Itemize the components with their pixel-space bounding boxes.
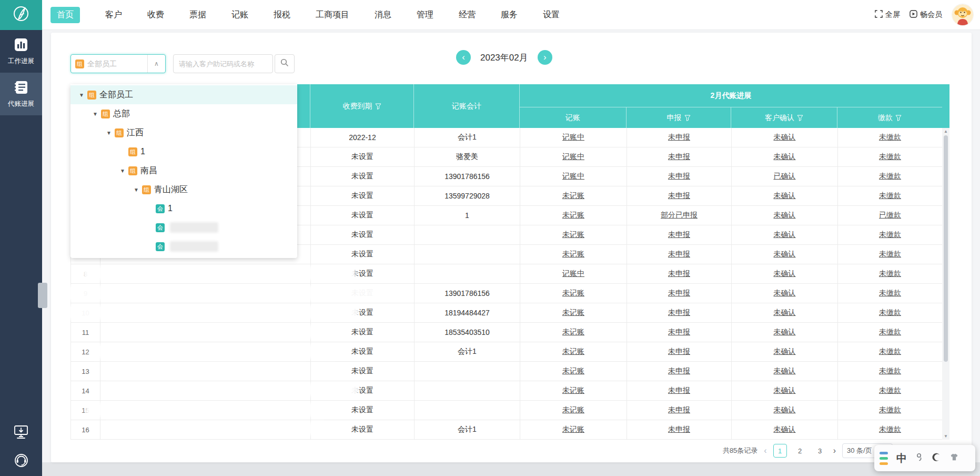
fullscreen-button[interactable]: 全屏 bbox=[875, 10, 900, 19]
payment-status-link[interactable]: 未缴款 bbox=[879, 269, 901, 279]
bookkeeping-status-link[interactable]: 记账中 bbox=[562, 133, 584, 142]
confirm-status-link[interactable]: 未确认 bbox=[774, 308, 796, 318]
declare-status-link[interactable]: 未申报 bbox=[668, 347, 690, 356]
confirm-status-link[interactable]: 未确认 bbox=[774, 328, 796, 337]
declare-status-link[interactable]: 未申报 bbox=[668, 308, 690, 318]
declare-status-link[interactable]: 未申报 bbox=[668, 386, 690, 395]
tree-caret-icon[interactable]: ▼ bbox=[89, 111, 101, 117]
payment-status-link[interactable]: 未缴款 bbox=[879, 172, 901, 181]
table-scrollbar[interactable]: ▲ ▼ bbox=[942, 128, 949, 440]
tree-caret-icon[interactable]: ▼ bbox=[103, 130, 115, 136]
nav-item[interactable]: 管理 bbox=[417, 9, 433, 21]
confirm-status-link[interactable]: 未确认 bbox=[774, 289, 796, 298]
payment-status-link[interactable]: 未缴款 bbox=[879, 191, 901, 201]
confirm-status-link[interactable]: 未确认 bbox=[774, 211, 796, 220]
employee-filter-input[interactable] bbox=[84, 60, 147, 68]
declare-status-link[interactable]: 未申报 bbox=[668, 191, 690, 201]
payment-status-link[interactable]: 已缴款 bbox=[879, 211, 901, 220]
ime-language-toggle[interactable]: 中 bbox=[896, 451, 907, 465]
panel-collapse-handle[interactable] bbox=[38, 283, 47, 308]
bookkeeping-status-link[interactable]: 未记账 bbox=[562, 366, 584, 376]
col-declare[interactable]: 申报 bbox=[627, 107, 731, 128]
declare-status-link[interactable]: 未申报 bbox=[668, 269, 690, 279]
nav-item[interactable]: 服务 bbox=[501, 9, 518, 21]
bookkeeping-status-link[interactable]: 未记账 bbox=[562, 289, 584, 298]
bookkeeping-status-link[interactable]: 未记账 bbox=[562, 211, 584, 220]
payment-status-link[interactable]: 未缴款 bbox=[879, 366, 901, 376]
nav-item[interactable]: 票据 bbox=[189, 9, 206, 21]
next-month-button[interactable]: › bbox=[538, 50, 552, 65]
tree-node[interactable]: 会1 bbox=[70, 199, 297, 218]
bookkeeping-status-link[interactable]: 未记账 bbox=[562, 347, 584, 356]
bookkeeping-status-link[interactable]: 未记账 bbox=[562, 308, 584, 318]
bookkeeping-status-link[interactable]: 未记账 bbox=[562, 386, 584, 395]
declare-status-link[interactable]: 未申报 bbox=[668, 289, 690, 298]
nav-item[interactable]: 消息 bbox=[375, 9, 391, 21]
moon-icon[interactable] bbox=[932, 453, 941, 463]
tree-caret-icon[interactable]: ▼ bbox=[117, 168, 128, 174]
bookkeeping-status-link[interactable]: 记账中 bbox=[562, 152, 584, 162]
payment-status-link[interactable]: 未缴款 bbox=[879, 308, 901, 318]
declare-status-link[interactable]: 部分已申报 bbox=[661, 211, 698, 220]
declare-status-link[interactable]: 未申报 bbox=[668, 366, 690, 376]
confirm-status-link[interactable]: 未确认 bbox=[774, 230, 796, 240]
nav-item[interactable]: 工商项目 bbox=[316, 9, 349, 21]
customer-service-icon[interactable] bbox=[14, 453, 28, 470]
tree-node[interactable]: ▼组南昌 bbox=[70, 161, 297, 180]
sidebar-item-agency-progress[interactable]: 代账进展 bbox=[0, 73, 42, 115]
payment-status-link[interactable]: 未缴款 bbox=[879, 328, 901, 337]
confirm-status-link[interactable]: 未确认 bbox=[774, 191, 796, 201]
nav-item[interactable]: 设置 bbox=[543, 9, 560, 21]
page-button[interactable]: 3 bbox=[813, 444, 827, 458]
nav-item[interactable]: 报税 bbox=[274, 9, 290, 21]
declare-status-link[interactable]: 未申报 bbox=[668, 250, 690, 259]
payment-status-link[interactable]: 未缴款 bbox=[879, 230, 901, 240]
confirm-status-link[interactable]: 未确认 bbox=[774, 386, 796, 395]
search-button[interactable] bbox=[275, 54, 295, 73]
declare-status-link[interactable]: 未申报 bbox=[668, 133, 690, 142]
bookkeeping-status-link[interactable]: 未记账 bbox=[562, 250, 584, 259]
search-input[interactable] bbox=[173, 54, 273, 73]
page-button[interactable]: 1 bbox=[773, 444, 787, 458]
prev-page-button[interactable]: ‹ bbox=[764, 447, 766, 455]
nav-item[interactable]: 客户 bbox=[105, 9, 122, 21]
col-customer-confirm[interactable]: 客户确认 bbox=[731, 107, 837, 128]
bookkeeping-status-link[interactable]: 未记账 bbox=[562, 191, 584, 201]
tree-caret-icon[interactable]: ▼ bbox=[130, 187, 142, 193]
bookkeeping-status-link[interactable]: 未记账 bbox=[562, 405, 584, 415]
payment-status-link[interactable]: 未缴款 bbox=[879, 386, 901, 395]
confirm-status-link[interactable]: 未确认 bbox=[774, 133, 796, 142]
tree-node[interactable]: 组1 bbox=[70, 142, 297, 161]
payment-status-link[interactable]: 未缴款 bbox=[879, 405, 901, 415]
payment-status-link[interactable]: 未缴款 bbox=[879, 250, 901, 259]
collapse-caret-icon[interactable]: ∧ bbox=[147, 55, 165, 73]
bookkeeping-status-link[interactable]: 未记账 bbox=[562, 425, 584, 434]
declare-status-link[interactable]: 未申报 bbox=[668, 152, 690, 162]
bookkeeping-status-link[interactable]: 未记账 bbox=[562, 328, 584, 337]
member-button[interactable]: 畅会员 bbox=[910, 10, 942, 19]
scroll-up-icon[interactable]: ▲ bbox=[942, 129, 949, 134]
tree-node[interactable]: 会 bbox=[70, 218, 297, 237]
bookkeeping-status-link[interactable]: 未记账 bbox=[562, 230, 584, 240]
microphone-icon[interactable] bbox=[916, 453, 923, 463]
scroll-down-icon[interactable]: ▼ bbox=[942, 434, 949, 439]
client-download-icon[interactable] bbox=[14, 425, 28, 441]
declare-status-link[interactable]: 未申报 bbox=[668, 172, 690, 181]
nav-item[interactable]: 记账 bbox=[231, 9, 248, 21]
tree-node[interactable]: ▼组全部员工 bbox=[70, 85, 297, 104]
confirm-status-link[interactable]: 未确认 bbox=[774, 347, 796, 356]
bookkeeping-status-link[interactable]: 记账中 bbox=[562, 172, 584, 181]
nav-item[interactable]: 经营 bbox=[459, 9, 476, 21]
confirm-status-link[interactable]: 未确认 bbox=[774, 250, 796, 259]
prev-month-button[interactable]: ‹ bbox=[456, 50, 471, 65]
tree-caret-icon[interactable]: ▼ bbox=[76, 92, 87, 98]
payment-status-link[interactable]: 未缴款 bbox=[879, 289, 901, 298]
tree-node[interactable]: ▼组总部 bbox=[70, 104, 297, 123]
confirm-status-link[interactable]: 未确认 bbox=[774, 366, 796, 376]
tree-node[interactable]: 会 bbox=[70, 237, 297, 256]
nav-item[interactable]: 收费 bbox=[147, 9, 164, 21]
payment-status-link[interactable]: 未缴款 bbox=[879, 347, 901, 356]
next-page-button[interactable]: › bbox=[833, 447, 836, 455]
skin-icon[interactable] bbox=[949, 453, 959, 463]
declare-status-link[interactable]: 未申报 bbox=[668, 425, 690, 434]
